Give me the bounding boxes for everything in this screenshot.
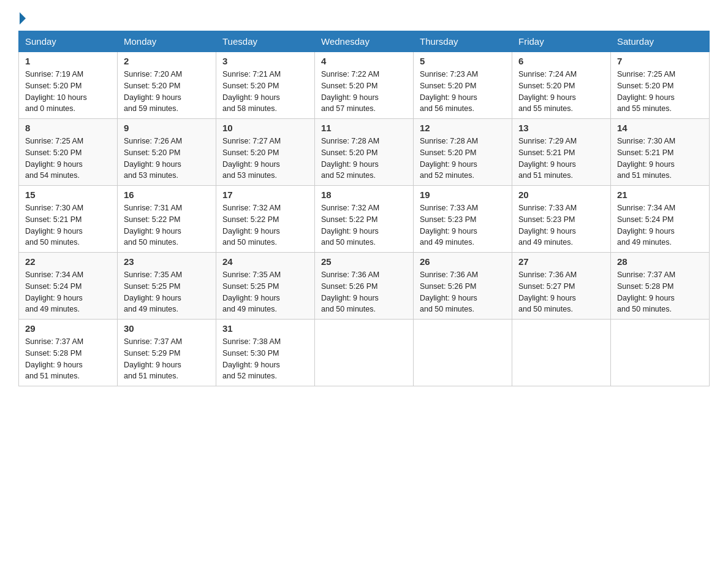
- day-info: Sunrise: 7:37 AMSunset: 5:28 PMDaylight:…: [617, 269, 703, 315]
- day-number: 7: [617, 56, 703, 66]
- day-number: 24: [222, 256, 308, 267]
- day-header-thursday: Thursday: [414, 31, 512, 52]
- day-number: 10: [222, 123, 308, 133]
- day-info: Sunrise: 7:32 AMSunset: 5:22 PMDaylight:…: [222, 202, 308, 248]
- day-number: 5: [420, 56, 506, 66]
- day-header-saturday: Saturday: [611, 31, 710, 52]
- day-info: Sunrise: 7:32 AMSunset: 5:22 PMDaylight:…: [321, 202, 407, 248]
- day-number: 4: [321, 56, 407, 66]
- empty-cell: [611, 320, 710, 386]
- day-cell-29: 29 Sunrise: 7:37 AMSunset: 5:28 PMDaylig…: [19, 320, 118, 386]
- day-cell-1: 1 Sunrise: 7:19 AMSunset: 5:20 PMDayligh…: [19, 52, 118, 119]
- day-cell-18: 18 Sunrise: 7:32 AMSunset: 5:22 PMDaylig…: [315, 186, 414, 253]
- day-number: 14: [617, 123, 703, 133]
- day-number: 27: [518, 256, 604, 267]
- day-number: 9: [124, 123, 210, 133]
- day-cell-7: 7 Sunrise: 7:25 AMSunset: 5:20 PMDayligh…: [611, 52, 710, 119]
- day-info: Sunrise: 7:25 AMSunset: 5:20 PMDaylight:…: [617, 69, 703, 115]
- week-row-5: 29 Sunrise: 7:37 AMSunset: 5:28 PMDaylig…: [19, 320, 710, 386]
- day-cell-28: 28 Sunrise: 7:37 AMSunset: 5:28 PMDaylig…: [611, 253, 710, 320]
- day-cell-26: 26 Sunrise: 7:36 AMSunset: 5:26 PMDaylig…: [414, 253, 512, 320]
- day-cell-10: 10 Sunrise: 7:27 AMSunset: 5:20 PMDaylig…: [216, 119, 315, 186]
- day-number: 20: [518, 190, 604, 200]
- day-info: Sunrise: 7:30 AMSunset: 5:21 PMDaylight:…: [617, 136, 703, 182]
- week-row-4: 22 Sunrise: 7:34 AMSunset: 5:24 PMDaylig…: [19, 253, 710, 320]
- day-cell-21: 21 Sunrise: 7:34 AMSunset: 5:24 PMDaylig…: [611, 186, 710, 253]
- day-cell-23: 23 Sunrise: 7:35 AMSunset: 5:25 PMDaylig…: [118, 253, 216, 320]
- day-info: Sunrise: 7:35 AMSunset: 5:25 PMDaylight:…: [222, 269, 308, 315]
- day-number: 8: [25, 123, 111, 133]
- day-number: 23: [124, 256, 210, 267]
- day-number: 18: [321, 190, 407, 200]
- week-row-3: 15 Sunrise: 7:30 AMSunset: 5:21 PMDaylig…: [19, 186, 710, 253]
- day-info: Sunrise: 7:36 AMSunset: 5:26 PMDaylight:…: [321, 269, 407, 315]
- empty-cell: [512, 320, 611, 386]
- day-info: Sunrise: 7:26 AMSunset: 5:20 PMDaylight:…: [124, 136, 210, 182]
- day-number: 17: [222, 190, 308, 200]
- day-header-wednesday: Wednesday: [315, 31, 414, 52]
- calendar-table: SundayMondayTuesdayWednesdayThursdayFrid…: [18, 31, 710, 386]
- day-cell-27: 27 Sunrise: 7:36 AMSunset: 5:27 PMDaylig…: [512, 253, 611, 320]
- page-header: [18, 12, 710, 25]
- days-header-row: SundayMondayTuesdayWednesdayThursdayFrid…: [19, 31, 710, 52]
- day-info: Sunrise: 7:29 AMSunset: 5:21 PMDaylight:…: [518, 136, 604, 182]
- day-number: 12: [420, 123, 506, 133]
- day-cell-30: 30 Sunrise: 7:37 AMSunset: 5:29 PMDaylig…: [118, 320, 216, 386]
- day-header-friday: Friday: [512, 31, 611, 52]
- day-number: 16: [124, 190, 210, 200]
- week-row-2: 8 Sunrise: 7:25 AMSunset: 5:20 PMDayligh…: [19, 119, 710, 186]
- day-cell-25: 25 Sunrise: 7:36 AMSunset: 5:26 PMDaylig…: [315, 253, 414, 320]
- day-number: 6: [518, 56, 604, 66]
- day-header-sunday: Sunday: [19, 31, 118, 52]
- day-info: Sunrise: 7:27 AMSunset: 5:20 PMDaylight:…: [222, 136, 308, 182]
- day-cell-20: 20 Sunrise: 7:33 AMSunset: 5:23 PMDaylig…: [512, 186, 611, 253]
- day-cell-9: 9 Sunrise: 7:26 AMSunset: 5:20 PMDayligh…: [118, 119, 216, 186]
- day-info: Sunrise: 7:20 AMSunset: 5:20 PMDaylight:…: [124, 69, 210, 115]
- empty-cell: [414, 320, 512, 386]
- day-info: Sunrise: 7:28 AMSunset: 5:20 PMDaylight:…: [321, 136, 407, 182]
- day-number: 25: [321, 256, 407, 267]
- day-header-tuesday: Tuesday: [216, 31, 315, 52]
- day-info: Sunrise: 7:25 AMSunset: 5:20 PMDaylight:…: [25, 136, 111, 182]
- day-cell-6: 6 Sunrise: 7:24 AMSunset: 5:20 PMDayligh…: [512, 52, 611, 119]
- day-info: Sunrise: 7:19 AMSunset: 5:20 PMDaylight:…: [25, 69, 111, 115]
- day-number: 19: [420, 190, 506, 200]
- day-info: Sunrise: 7:38 AMSunset: 5:30 PMDaylight:…: [222, 336, 308, 382]
- day-info: Sunrise: 7:23 AMSunset: 5:20 PMDaylight:…: [420, 69, 506, 115]
- day-info: Sunrise: 7:36 AMSunset: 5:27 PMDaylight:…: [518, 269, 604, 315]
- day-cell-31: 31 Sunrise: 7:38 AMSunset: 5:30 PMDaylig…: [216, 320, 315, 386]
- day-header-monday: Monday: [118, 31, 216, 52]
- day-cell-15: 15 Sunrise: 7:30 AMSunset: 5:21 PMDaylig…: [19, 186, 118, 253]
- day-number: 28: [617, 256, 703, 267]
- day-info: Sunrise: 7:21 AMSunset: 5:20 PMDaylight:…: [222, 69, 308, 115]
- day-cell-5: 5 Sunrise: 7:23 AMSunset: 5:20 PMDayligh…: [414, 52, 512, 119]
- day-cell-14: 14 Sunrise: 7:30 AMSunset: 5:21 PMDaylig…: [611, 119, 710, 186]
- day-cell-22: 22 Sunrise: 7:34 AMSunset: 5:24 PMDaylig…: [19, 253, 118, 320]
- day-cell-17: 17 Sunrise: 7:32 AMSunset: 5:22 PMDaylig…: [216, 186, 315, 253]
- day-info: Sunrise: 7:37 AMSunset: 5:29 PMDaylight:…: [124, 336, 210, 382]
- day-info: Sunrise: 7:34 AMSunset: 5:24 PMDaylight:…: [25, 269, 111, 315]
- day-info: Sunrise: 7:35 AMSunset: 5:25 PMDaylight:…: [124, 269, 210, 315]
- logo-arrow-icon: [20, 12, 26, 25]
- day-number: 31: [222, 323, 308, 334]
- day-cell-12: 12 Sunrise: 7:28 AMSunset: 5:20 PMDaylig…: [414, 119, 512, 186]
- day-cell-3: 3 Sunrise: 7:21 AMSunset: 5:20 PMDayligh…: [216, 52, 315, 119]
- day-cell-4: 4 Sunrise: 7:22 AMSunset: 5:20 PMDayligh…: [315, 52, 414, 119]
- day-info: Sunrise: 7:36 AMSunset: 5:26 PMDaylight:…: [420, 269, 506, 315]
- day-cell-11: 11 Sunrise: 7:28 AMSunset: 5:20 PMDaylig…: [315, 119, 414, 186]
- day-info: Sunrise: 7:33 AMSunset: 5:23 PMDaylight:…: [518, 202, 604, 248]
- day-cell-13: 13 Sunrise: 7:29 AMSunset: 5:21 PMDaylig…: [512, 119, 611, 186]
- day-number: 26: [420, 256, 506, 267]
- logo: [18, 12, 27, 25]
- day-number: 3: [222, 56, 308, 66]
- day-number: 1: [25, 56, 111, 66]
- day-number: 2: [124, 56, 210, 66]
- day-number: 21: [617, 190, 703, 200]
- day-number: 13: [518, 123, 604, 133]
- week-row-1: 1 Sunrise: 7:19 AMSunset: 5:20 PMDayligh…: [19, 52, 710, 119]
- day-cell-16: 16 Sunrise: 7:31 AMSunset: 5:22 PMDaylig…: [118, 186, 216, 253]
- day-info: Sunrise: 7:22 AMSunset: 5:20 PMDaylight:…: [321, 69, 407, 115]
- day-number: 29: [25, 323, 111, 334]
- day-cell-19: 19 Sunrise: 7:33 AMSunset: 5:23 PMDaylig…: [414, 186, 512, 253]
- day-cell-24: 24 Sunrise: 7:35 AMSunset: 5:25 PMDaylig…: [216, 253, 315, 320]
